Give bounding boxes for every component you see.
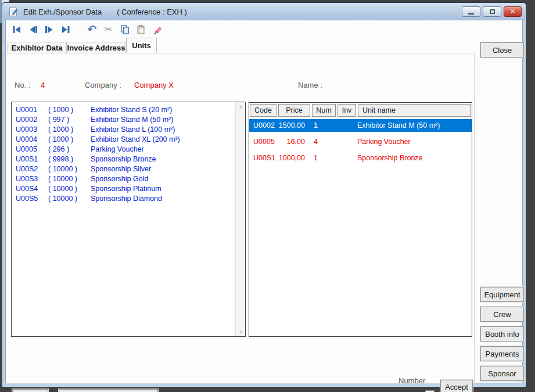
unit-item-name: Exhibitor Stand M (50 m²) <box>91 116 235 124</box>
column-header-unit-name[interactable]: Unit name <box>358 104 471 117</box>
dialog-content: ↶ ✂ Exhibitor Data Invoice Address Units <box>5 20 523 383</box>
copy-icon[interactable] <box>119 24 130 35</box>
unit-item-code: U0004 <box>16 135 48 143</box>
booth-info-button[interactable]: Booth info <box>480 326 524 341</box>
nav-last-icon[interactable] <box>60 24 71 35</box>
minimize-button[interactable] <box>462 6 480 17</box>
restore-button[interactable] <box>483 6 501 17</box>
undo-icon[interactable]: ↶ <box>87 24 98 35</box>
unit-item-name: Sponsorship Diamond <box>91 195 235 203</box>
restore-icon <box>490 9 495 14</box>
unit-item-stock: ( 1000 ) <box>48 125 91 134</box>
paste-icon[interactable] <box>135 24 146 35</box>
unit-item-stock: ( 10000 ) <box>48 165 91 173</box>
payments-button[interactable]: Payments <box>480 346 524 361</box>
equipment-button[interactable]: Equipment <box>480 287 524 302</box>
unit-selection-item[interactable]: U00S2( 10000 )Sponsorship Silver <box>12 164 235 174</box>
listbox-scrollbar[interactable]: ∧ ∨ <box>235 102 245 336</box>
unit-selection-item[interactable]: U0004( 1000 )Exhibitor Stand XL (200 m³) <box>12 134 235 144</box>
unit-row-code: U0002 <box>249 121 277 130</box>
name-label: Name : <box>298 81 322 89</box>
registered-units-grid[interactable]: Code Price Num Inv Unit name U00021500,0… <box>249 102 472 337</box>
unit-item-stock: ( 9998 ) <box>48 155 91 163</box>
clear-record-icon[interactable] <box>152 24 163 35</box>
unit-item-code: U00S4 <box>16 185 48 193</box>
unit-row-num: 4 <box>309 138 333 146</box>
grid-header: Code Price Num Inv Unit name <box>250 104 471 117</box>
unit-item-code: U00S2 <box>16 165 48 173</box>
unit-item-name: Parking Voucher <box>91 145 235 153</box>
units-tab-page: No. : 4 Company : Company X Name : Unit … <box>6 53 475 384</box>
unit-item-name: Sponsorship Silver <box>91 165 235 173</box>
accept-button[interactable]: Accept <box>440 380 473 392</box>
unit-selection-item[interactable]: U00S3( 10000 )Sponsorship Gold <box>12 174 235 184</box>
unit-row-num: 1 <box>309 121 333 130</box>
tab-exhibitor-data[interactable]: Exhibitor Data <box>8 42 66 53</box>
close-icon: ✕ <box>509 8 515 15</box>
unit-item-name: Sponsorship Gold <box>91 175 235 183</box>
unit-row-name: Sponsorship Bronze <box>353 154 472 162</box>
company-value: Company X <box>134 81 174 89</box>
nav-next-icon[interactable] <box>44 24 55 35</box>
registered-unit-row[interactable]: U00021500,001Exhibitor Stand M (50 m²) <box>249 119 472 132</box>
column-header-code[interactable]: Code <box>250 104 277 117</box>
unit-item-name: Sponsorship Bronze <box>91 155 235 163</box>
close-window-button[interactable]: ✕ <box>504 6 522 17</box>
sponsor-button[interactable]: Sponsor <box>480 366 524 381</box>
edit-exhibitor-dialog: Edit Exh./Sponsor Data ( Conference : EX… <box>2 2 526 387</box>
unit-item-code: U0002 <box>16 116 48 124</box>
nav-previous-icon[interactable] <box>27 24 38 35</box>
tab-invoice-address[interactable]: Invoice Address <box>66 42 126 53</box>
registered-unit-row[interactable]: U00S11000,001Sponsorship Bronze <box>249 152 472 164</box>
unit-selection-item[interactable]: U0002( 997 )Exhibitor Stand M (50 m²) <box>12 114 235 124</box>
unit-item-name: Sponsorship Platinum <box>91 185 235 193</box>
unit-row-code: U00S1 <box>249 154 277 162</box>
minimize-icon <box>468 13 474 15</box>
no-value: 4 <box>41 81 45 89</box>
unit-item-stock: ( 997 ) <box>48 116 91 124</box>
add-selected-units-button[interactable]: Add Selected Units <box>59 389 158 392</box>
unit-selection-item[interactable]: U00S5( 10000 )Sponsorship Diamond <box>12 193 235 203</box>
unit-item-stock: ( 10000 ) <box>48 195 91 203</box>
cut-icon[interactable]: ✂ <box>103 24 114 35</box>
unit-selections-listbox[interactable]: U0001( 1000 )Exhibitor Stand S (20 m²)U0… <box>11 102 246 337</box>
unit-selection-item[interactable]: U0005( 296 )Parking Voucher <box>12 144 235 154</box>
nav-first-icon[interactable] <box>11 24 22 35</box>
unit-item-stock: ( 1000 ) <box>48 135 91 143</box>
column-header-price[interactable]: Price <box>278 104 310 117</box>
crew-button[interactable]: Crew <box>480 307 524 322</box>
unit-row-price: 16,00 <box>277 138 309 146</box>
edit-document-icon <box>9 7 19 17</box>
unit-selection-item[interactable]: U0003( 1000 )Exhibitor Stand L (100 m²) <box>12 124 235 134</box>
unit-item-stock: ( 296 ) <box>48 145 91 153</box>
unit-item-code: U00S5 <box>16 195 48 203</box>
unit-item-code: U0005 <box>16 145 48 153</box>
unit-selection-item[interactable]: U0001( 1000 )Exhibitor Stand S (20 m²) <box>12 105 235 114</box>
unit-row-price: 1500,00 <box>277 121 309 130</box>
unit-selection-item[interactable]: U00S1( 9998 )Sponsorship Bronze <box>12 154 235 164</box>
unit-selection-item[interactable]: U00S4( 10000 )Sponsorship Platinum <box>12 184 235 193</box>
unit-row-price: 1000,00 <box>277 154 309 162</box>
registered-unit-row[interactable]: U000516,004Parking Voucher <box>249 135 472 148</box>
titlebar[interactable]: Edit Exh./Sponsor Data ( Conference : EX… <box>3 3 525 20</box>
window-subtitle: ( Conference : EXH ) <box>117 8 187 16</box>
column-header-inv[interactable]: Inv <box>337 104 356 117</box>
unit-item-stock: ( 1000 ) <box>48 106 91 114</box>
close-button[interactable]: Close <box>480 42 524 57</box>
clear-button[interactable]: Clear <box>12 389 48 392</box>
unit-item-code: U00S3 <box>16 175 48 183</box>
column-header-num[interactable]: Num <box>312 104 336 117</box>
unit-item-stock: ( 10000 ) <box>48 175 91 183</box>
window-title: Edit Exh./Sponsor Data <box>23 8 102 16</box>
unit-row-name: Parking Voucher <box>353 138 472 146</box>
unit-item-name: Exhibitor Stand XL (200 m³) <box>91 135 235 143</box>
tab-units[interactable]: Units <box>126 38 157 53</box>
number-label: Number <box>398 376 425 385</box>
unit-item-name: Exhibitor Stand S (20 m²) <box>91 106 235 114</box>
scroll-up-icon[interactable]: ∧ <box>236 102 246 112</box>
company-label: Company : <box>85 81 121 89</box>
unit-item-code: U0003 <box>16 125 48 134</box>
unit-row-name: Exhibitor Stand M (50 m²) <box>353 121 472 130</box>
unit-item-name: Exhibitor Stand L (100 m²) <box>91 125 235 134</box>
scroll-down-icon[interactable]: ∨ <box>236 327 246 336</box>
